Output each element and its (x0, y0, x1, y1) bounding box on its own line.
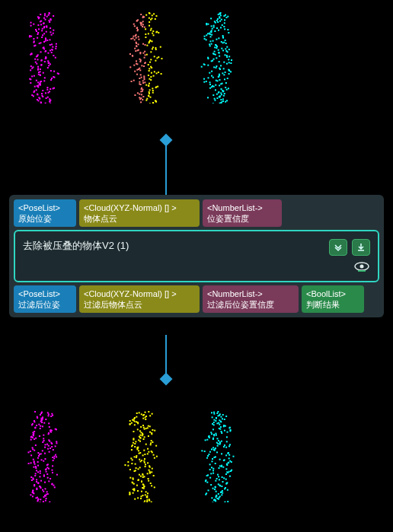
svg-rect-877 (133, 489, 135, 491)
svg-rect-908 (222, 414, 224, 416)
output-port-3[interactable]: <BoolList>判断结果 (302, 285, 364, 313)
expand-icon[interactable] (329, 239, 347, 256)
svg-rect-638 (53, 460, 54, 461)
output-port-1[interactable]: <Cloud(XYZ-Normal) [] >过滤后物体点云 (79, 285, 200, 313)
port-label: 过滤后位姿置信度 (207, 299, 294, 310)
svg-rect-1028 (206, 475, 208, 476)
svg-rect-843 (149, 473, 151, 474)
output-port-0[interactable]: <PoseList>过滤后位姿 (14, 285, 76, 313)
svg-rect-308 (143, 77, 145, 78)
svg-rect-629 (38, 455, 40, 457)
svg-rect-429 (216, 47, 217, 49)
svg-rect-359 (149, 103, 151, 104)
svg-rect-211 (151, 28, 152, 30)
svg-rect-305 (143, 75, 145, 77)
svg-rect-466 (201, 66, 203, 68)
svg-rect-953 (209, 437, 210, 438)
svg-rect-715 (40, 499, 41, 500)
svg-rect-215 (137, 30, 139, 31)
svg-rect-742 (136, 421, 137, 422)
svg-rect-378 (217, 21, 219, 23)
svg-rect-948 (216, 435, 217, 436)
svg-rect-506 (211, 86, 212, 88)
svg-rect-474 (228, 70, 230, 72)
input-port-2[interactable]: <NumberList->位姿置信度 (203, 199, 282, 227)
svg-rect-1022 (227, 472, 228, 473)
port-label: 位姿置信度 (207, 213, 277, 224)
pointcloud-viz (23, 12, 61, 104)
svg-rect-989 (207, 455, 209, 457)
svg-rect-982 (216, 451, 218, 453)
svg-rect-476 (230, 71, 232, 72)
svg-rect-1034 (216, 478, 218, 479)
svg-rect-752 (140, 426, 142, 428)
svg-rect-621 (49, 451, 50, 453)
svg-rect-178 (45, 103, 46, 104)
svg-rect-382 (207, 24, 209, 25)
svg-rect-446 (228, 56, 230, 57)
svg-rect-464 (220, 65, 222, 66)
svg-rect-23 (40, 24, 42, 25)
svg-rect-916 (222, 418, 223, 419)
svg-rect-996 (219, 459, 221, 460)
svg-rect-365 (220, 14, 222, 16)
svg-rect-5 (44, 14, 46, 16)
svg-rect-456 (219, 61, 220, 62)
svg-rect-546 (51, 413, 53, 415)
svg-rect-828 (127, 465, 129, 467)
input-port-0[interactable]: <PoseList>原始位姿 (14, 199, 76, 227)
svg-rect-460 (226, 63, 228, 65)
svg-rect-288 (151, 67, 152, 68)
svg-rect-970 (228, 445, 230, 447)
svg-rect-205 (149, 25, 150, 27)
svg-rect-730 (149, 415, 151, 416)
svg-rect-593 (32, 437, 34, 438)
svg-rect-82 (30, 54, 31, 56)
svg-rect-719 (43, 501, 44, 502)
svg-rect-995 (212, 458, 213, 460)
svg-rect-410 (218, 37, 219, 39)
svg-rect-97 (35, 62, 37, 63)
svg-rect-756 (144, 428, 145, 430)
visibility-icon[interactable] (353, 260, 370, 275)
svg-rect-222 (145, 33, 146, 35)
svg-rect-897 (149, 500, 150, 502)
svg-rect-906 (213, 413, 215, 415)
node-body[interactable]: 去除被压叠的物体V2 (1) (14, 230, 379, 282)
svg-rect-706 (30, 494, 31, 495)
svg-rect-433 (218, 49, 219, 51)
svg-rect-949 (213, 435, 215, 436)
svg-rect-226 (133, 36, 134, 37)
svg-rect-387 (223, 26, 225, 27)
svg-rect-649 (52, 465, 53, 467)
svg-rect-723 (145, 412, 146, 413)
svg-rect-309 (139, 78, 140, 79)
svg-rect-406 (204, 36, 206, 37)
svg-rect-1016 (209, 469, 211, 470)
svg-rect-672 (47, 477, 49, 479)
svg-rect-531 (220, 99, 222, 100)
svg-rect-183 (140, 14, 142, 15)
svg-rect-439 (219, 53, 220, 54)
svg-rect-185 (152, 14, 153, 16)
input-port-1[interactable]: <Cloud(XYZ-Normal) [] >物体点云 (79, 199, 200, 227)
svg-rect-1025 (225, 473, 227, 475)
svg-rect-940 (229, 430, 231, 432)
svg-rect-594 (35, 438, 37, 439)
svg-rect-644 (28, 463, 30, 464)
node-remove-overlap[interactable]: <PoseList>原始位姿<Cloud(XYZ-Normal) [] >物体点… (9, 195, 384, 317)
svg-rect-318 (142, 82, 144, 84)
svg-rect-86 (36, 56, 37, 57)
svg-rect-134 (43, 80, 45, 81)
output-port-2[interactable]: <NumberList->过滤后位姿置信度 (203, 285, 299, 313)
svg-rect-627 (55, 454, 56, 456)
download-icon[interactable] (352, 239, 370, 256)
svg-rect-416 (209, 40, 211, 42)
svg-rect-750 (148, 425, 149, 427)
svg-rect-934 (228, 427, 230, 428)
svg-rect-866 (142, 484, 144, 486)
svg-rect-886 (145, 494, 146, 495)
svg-rect-1066 (221, 494, 222, 495)
svg-rect-815 (144, 458, 145, 460)
svg-rect-899 (146, 501, 148, 502)
